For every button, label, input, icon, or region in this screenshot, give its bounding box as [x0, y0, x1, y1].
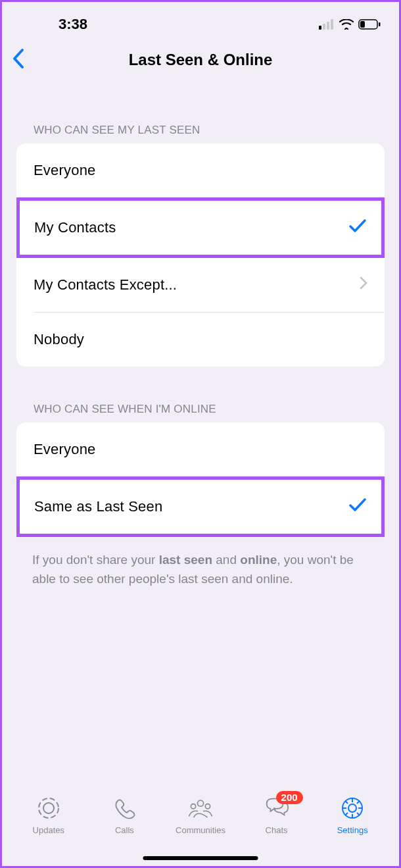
settings-icon	[339, 795, 366, 821]
svg-rect-3	[331, 19, 333, 30]
svg-rect-0	[319, 26, 321, 30]
svg-rect-6	[360, 21, 365, 28]
svg-line-18	[345, 801, 348, 804]
tab-label: Updates	[33, 825, 64, 835]
footer-bold-2: online	[240, 553, 277, 567]
home-indicator[interactable]	[143, 856, 258, 860]
svg-rect-2	[327, 22, 329, 30]
option-online-everyone[interactable]: Everyone	[16, 422, 385, 476]
checkmark-icon	[348, 218, 367, 238]
section-header-lastseen: WHO CAN SEE MY LAST SEEN	[2, 124, 399, 143]
svg-point-13	[348, 804, 356, 812]
status-time: 3:38	[59, 16, 87, 33]
cellular-icon	[319, 19, 335, 30]
option-label: Everyone	[34, 441, 96, 458]
footer-note: If you don't share your last seen and on…	[2, 537, 399, 589]
svg-rect-5	[379, 22, 381, 26]
option-same-as-lastseen[interactable]: Same as Last Seen	[20, 480, 381, 534]
updates-icon	[35, 795, 62, 821]
footer-text-1: If you don't share your	[32, 553, 159, 567]
status-bar: 3:38	[2, 2, 399, 41]
page-title: Last Seen & Online	[2, 51, 399, 69]
tab-calls[interactable]: Calls	[91, 795, 157, 835]
nav-header: Last Seen & Online	[2, 41, 399, 78]
highlight-same-as-lastseen: Same as Last Seen	[16, 476, 385, 537]
chevron-right-icon	[360, 276, 367, 294]
svg-point-9	[197, 800, 203, 806]
footer-bold-1: last seen	[159, 553, 212, 567]
battery-icon	[358, 19, 381, 30]
svg-line-20	[357, 801, 360, 804]
option-everyone[interactable]: Everyone	[16, 143, 385, 197]
svg-point-11	[205, 804, 210, 809]
communities-icon	[187, 795, 214, 821]
option-my-contacts[interactable]: My Contacts	[20, 201, 381, 255]
option-my-contacts-except[interactable]: My Contacts Except...	[16, 258, 385, 312]
option-label: Everyone	[34, 162, 96, 179]
chats-badge: 200	[276, 791, 303, 804]
tab-bar: Updates Calls Communities 200 Chats Sett…	[4, 787, 397, 866]
tab-chats[interactable]: 200 Chats	[244, 795, 310, 835]
svg-point-8	[43, 803, 54, 813]
tab-label: Chats	[266, 825, 288, 835]
option-label: Same as Last Seen	[34, 498, 162, 515]
lastseen-options-cont: My Contacts Except... Nobody	[16, 258, 385, 367]
wifi-icon	[339, 19, 354, 30]
highlight-mycontacts: My Contacts	[16, 197, 385, 258]
phone-icon	[110, 795, 138, 821]
svg-point-7	[39, 798, 59, 818]
option-label: My Contacts Except...	[34, 276, 177, 294]
tab-label: Calls	[115, 825, 134, 835]
svg-point-10	[191, 804, 195, 809]
option-nobody[interactable]: Nobody	[16, 313, 385, 367]
tab-label: Communities	[176, 825, 225, 835]
chevron-left-icon	[11, 47, 26, 70]
online-options: Everyone	[16, 422, 385, 476]
option-label: My Contacts	[34, 219, 116, 236]
svg-line-19	[357, 813, 360, 815]
svg-line-21	[345, 813, 348, 815]
checkmark-icon	[348, 497, 367, 517]
section-header-online: WHO CAN SEE WHEN I'M ONLINE	[2, 403, 399, 422]
status-indicators	[319, 19, 381, 30]
tab-settings[interactable]: Settings	[319, 795, 385, 835]
tab-updates[interactable]: Updates	[16, 795, 82, 835]
back-button[interactable]	[11, 47, 26, 72]
lastseen-options: Everyone	[16, 143, 385, 197]
svg-rect-1	[323, 24, 325, 30]
option-label: Nobody	[34, 331, 84, 348]
footer-text-2: and	[212, 553, 240, 567]
tab-communities[interactable]: Communities	[168, 795, 233, 835]
tab-label: Settings	[337, 825, 368, 835]
